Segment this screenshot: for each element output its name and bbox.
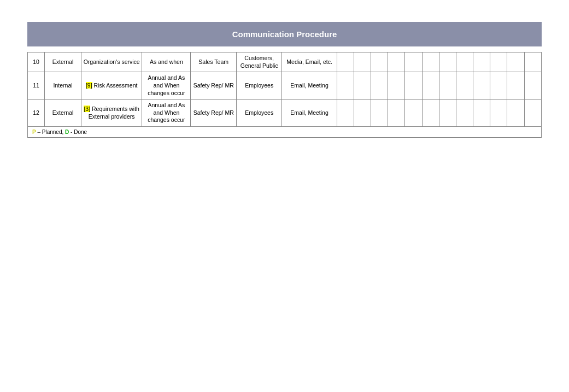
cell-jul bbox=[439, 72, 456, 100]
cell-feb bbox=[354, 100, 371, 127]
cell-oct bbox=[490, 52, 507, 72]
cell-jun bbox=[422, 72, 439, 100]
legend-p-text: – Planned, bbox=[37, 129, 65, 135]
cell-subject: [3] Requirements with External providers bbox=[81, 100, 142, 127]
cell-type: Internal bbox=[45, 72, 81, 100]
cell-nov bbox=[507, 100, 524, 127]
cell-type: External bbox=[45, 100, 81, 127]
legend-row: P – Planned, D - Done bbox=[28, 127, 542, 138]
cell-no: 10 bbox=[28, 52, 45, 72]
legend-d-text: - Done bbox=[71, 129, 87, 135]
cell-responsible: Safety Rep/ MR bbox=[191, 100, 237, 127]
cell-no: 12 bbox=[28, 100, 45, 127]
cell-nov bbox=[507, 72, 524, 100]
cell-sep bbox=[473, 72, 490, 100]
cell-subject: Organization's service bbox=[81, 52, 142, 72]
cell-method: Email, Meeting bbox=[282, 72, 337, 100]
cell-sep bbox=[473, 100, 490, 127]
cell-apr bbox=[388, 52, 405, 72]
cell-dec bbox=[524, 72, 541, 100]
cell-jul bbox=[439, 100, 456, 127]
cell-nov bbox=[507, 52, 524, 72]
cell-jun bbox=[422, 100, 439, 127]
cell-mar bbox=[371, 100, 388, 127]
cell-oct bbox=[490, 72, 507, 100]
legend-d-label: D bbox=[65, 129, 69, 135]
cell-apr bbox=[388, 100, 405, 127]
cell-oct bbox=[490, 100, 507, 127]
cell-mar bbox=[371, 72, 388, 100]
cell-method: Media, Email, etc. bbox=[282, 52, 337, 72]
legend-cell: P – Planned, D - Done bbox=[28, 127, 542, 138]
cell-responsible: Sales Team bbox=[191, 52, 237, 72]
cell-frequency: As and when bbox=[142, 52, 191, 72]
legend-p-label: P bbox=[32, 129, 36, 135]
cell-type: External bbox=[45, 52, 81, 72]
table-row: 11 Internal [9] Risk Assessment Annual a… bbox=[28, 72, 542, 100]
cell-feb bbox=[354, 72, 371, 100]
cell-aug bbox=[456, 72, 473, 100]
cell-dec bbox=[524, 52, 541, 72]
ref-badge: [3] bbox=[84, 106, 90, 112]
cell-jun bbox=[422, 52, 439, 72]
cell-method: Email, Meeting bbox=[282, 100, 337, 127]
cell-subject: [9] Risk Assessment bbox=[81, 72, 142, 100]
cell-aug bbox=[456, 52, 473, 72]
cell-audience: Customers, General Public bbox=[236, 52, 282, 72]
cell-frequency: Annual and As and When changes occur bbox=[142, 100, 191, 127]
cell-jul bbox=[439, 52, 456, 72]
page-title: Communication Procedure bbox=[27, 22, 542, 46]
cell-sep bbox=[473, 52, 490, 72]
cell-dec bbox=[524, 100, 541, 127]
ref-badge: [9] bbox=[86, 82, 92, 89]
page-wrapper: Communication Procedure 10 External Orga… bbox=[0, 0, 569, 392]
table-row: 10 External Organization's service As an… bbox=[28, 52, 542, 72]
cell-jan bbox=[337, 100, 354, 127]
cell-feb bbox=[354, 52, 371, 72]
cell-jan bbox=[337, 72, 354, 100]
cell-may bbox=[405, 72, 422, 100]
cell-may bbox=[405, 52, 422, 72]
table-row: 12 External [3] Requirements with Extern… bbox=[28, 100, 542, 127]
cell-frequency: Annual and As and When changes occur bbox=[142, 72, 191, 100]
communication-table: 10 External Organization's service As an… bbox=[27, 52, 542, 138]
cell-responsible: Safety Rep/ MR bbox=[191, 72, 237, 100]
cell-may bbox=[405, 100, 422, 127]
cell-audience: Employees bbox=[236, 100, 282, 127]
cell-audience: Employees bbox=[236, 72, 282, 100]
cell-aug bbox=[456, 100, 473, 127]
cell-mar bbox=[371, 52, 388, 72]
cell-no: 11 bbox=[28, 72, 45, 100]
cell-apr bbox=[388, 72, 405, 100]
cell-jan bbox=[337, 52, 354, 72]
